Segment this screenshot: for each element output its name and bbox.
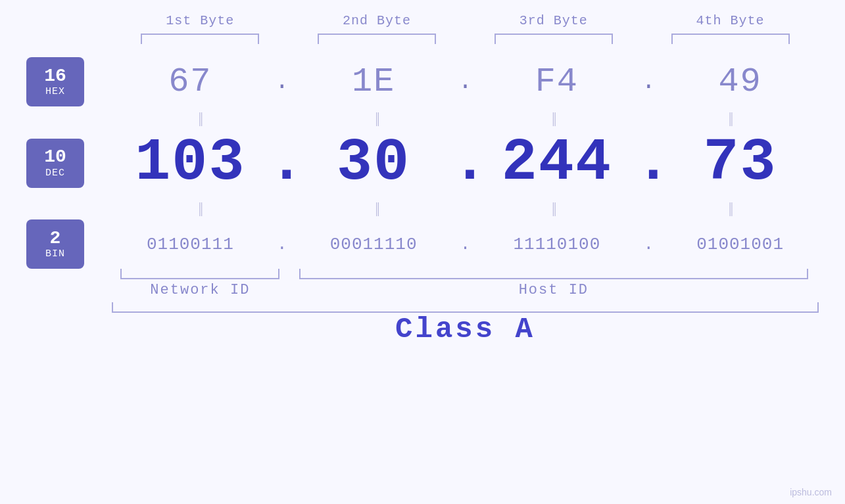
- byte-headers: 1st Byte 2nd Byte 3rd Byte 4th Byte: [26, 13, 819, 28]
- dec-b3: 244: [479, 129, 636, 196]
- bin-badge-label: BIN: [45, 248, 65, 260]
- class-row: Class A: [26, 313, 819, 346]
- hex-numbers: 67 . 1E . F4 . 49: [112, 62, 819, 101]
- bin-b1: 01100111: [112, 235, 269, 254]
- dec-badge-num: 10: [44, 147, 66, 168]
- eq2-1: ||: [112, 199, 289, 217]
- equals-row-1: || || || ||: [26, 109, 819, 127]
- watermark: ipshu.com: [790, 487, 832, 497]
- network-bracket-wrap: [112, 269, 289, 279]
- bin-b4: 01001001: [662, 235, 819, 254]
- bin-badge: 2 BIN: [26, 219, 84, 269]
- eq1-2: ||: [289, 109, 466, 127]
- dec-dot-2: .: [452, 129, 479, 196]
- bin-dot-2: .: [452, 235, 479, 254]
- hex-b3: F4: [479, 62, 636, 101]
- dec-badge-label: DEC: [45, 168, 65, 179]
- dec-b1: 103: [112, 129, 269, 196]
- bottom-area: Network ID Host ID: [26, 269, 819, 298]
- hex-b2: 1E: [295, 62, 452, 101]
- dec-numbers: 103 . 30 . 244 . 73: [112, 129, 819, 196]
- dec-badge: 10 DEC: [26, 139, 84, 188]
- bottom-brackets-row: [112, 269, 819, 279]
- hex-badge: 16 HEX: [26, 57, 84, 106]
- network-id-label: Network ID: [112, 282, 289, 298]
- dec-dot-3: .: [635, 129, 662, 196]
- top-bracket-3: [466, 34, 642, 44]
- top-bracket-4: [642, 34, 819, 44]
- bin-row: 2 BIN 01100111 . 00011110 . 11110100 .: [26, 219, 819, 269]
- host-bottom-bracket: [299, 269, 808, 279]
- network-bottom-bracket: [120, 269, 279, 279]
- bracket-top-2: [318, 34, 436, 44]
- hex-badge-label: HEX: [45, 86, 65, 97]
- eq1-1: ||: [112, 109, 289, 127]
- hex-badge-num: 16: [44, 66, 66, 87]
- hex-dot-3: .: [635, 68, 662, 95]
- main-container: 1st Byte 2nd Byte 3rd Byte 4th Byte 16 H…: [0, 0, 845, 504]
- top-brackets: [26, 34, 819, 44]
- bottom-labels-row: Network ID Host ID: [112, 282, 819, 298]
- hex-dot-2: .: [452, 68, 479, 95]
- byte-header-2: 2nd Byte: [289, 13, 466, 28]
- byte-header-1: 1st Byte: [112, 13, 289, 28]
- bin-dot-1: .: [269, 235, 295, 254]
- dec-b4: 73: [662, 129, 819, 196]
- bracket-top-1: [141, 34, 259, 44]
- dec-dot-1: .: [269, 129, 295, 196]
- eq2-3: ||: [466, 199, 642, 217]
- class-bracket: [112, 302, 819, 313]
- eq1-4: ||: [642, 109, 819, 127]
- bin-b3: 11110100: [479, 235, 636, 254]
- bin-numbers: 01100111 . 00011110 . 11110100 . 0100100…: [112, 235, 819, 254]
- class-a-label: Class A: [395, 313, 535, 346]
- bin-dot-3: .: [635, 235, 662, 254]
- bin-badge-num: 2: [50, 229, 61, 249]
- byte-header-4: 4th Byte: [642, 13, 819, 28]
- hex-b4: 49: [662, 62, 819, 101]
- eq2-2: ||: [289, 199, 466, 217]
- bin-b2: 00011110: [295, 235, 452, 254]
- hex-row: 16 HEX 67 . 1E . F4 . 49: [26, 57, 819, 106]
- top-bracket-1: [112, 34, 289, 44]
- hex-dot-1: .: [269, 68, 295, 95]
- eq1-3: ||: [466, 109, 642, 127]
- dec-b2: 30: [295, 129, 452, 196]
- dec-row: 10 DEC 103 . 30 . 244 . 73: [26, 129, 819, 196]
- byte-header-3: 3rd Byte: [466, 13, 642, 28]
- bracket-top-3: [495, 34, 613, 44]
- hex-b1: 67: [112, 62, 269, 101]
- eq2-4: ||: [642, 199, 819, 217]
- bracket-top-4: [671, 34, 790, 44]
- equals-row-2: || || || ||: [26, 199, 819, 217]
- host-id-label: Host ID: [289, 282, 819, 298]
- top-bracket-2: [289, 34, 466, 44]
- host-bracket-wrap: [289, 269, 819, 279]
